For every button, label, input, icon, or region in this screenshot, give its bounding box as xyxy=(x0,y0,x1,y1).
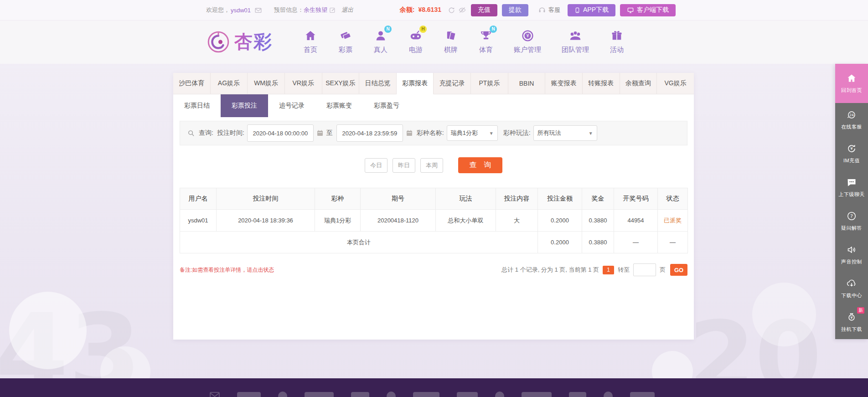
chevron-down-icon: ▼ xyxy=(589,131,593,136)
recharge-button[interactable]: 充值 xyxy=(471,4,497,16)
edit-icon[interactable] xyxy=(329,7,336,14)
lottery-name-select[interactable]: 瑞典1分彩 ▼ xyxy=(447,125,498,141)
cell-bet-content: 大 xyxy=(496,210,538,232)
sidebar-item-hangup-download[interactable]: 新 ¥ 挂机下载 xyxy=(835,305,868,339)
footer xyxy=(0,378,868,397)
yesterday-button[interactable]: 昨日 xyxy=(393,158,415,173)
subtab-chase-record[interactable]: 追号记录 xyxy=(268,94,315,117)
nav-item-lottery[interactable]: 彩票 xyxy=(331,28,360,54)
total-status-dash: — xyxy=(658,232,688,253)
go-button[interactable]: GO xyxy=(670,264,687,276)
subtab-lottery-profit-loss[interactable]: 彩票盈亏 xyxy=(363,94,410,117)
tab-balance-query[interactable]: 余额查询 xyxy=(620,73,657,94)
col-prize: 奖金 xyxy=(582,188,614,210)
search-button[interactable]: 查 询 xyxy=(458,157,502,173)
nav-item-boardgames[interactable]: 棋牌 xyxy=(437,28,465,54)
pagination-summary: 总计 1 个记录, 分为 1 页, 当前第 1 页 xyxy=(501,266,599,274)
app-download-button[interactable]: APP下载 xyxy=(568,4,615,16)
nav-item-team[interactable]: 团队管理 xyxy=(555,28,596,54)
pagination: 总计 1 个记录, 分为 1 页, 当前第 1 页 1 转至 页 GO xyxy=(501,263,687,276)
team-icon xyxy=(568,28,583,43)
subtab-lottery-account-change[interactable]: 彩票账变 xyxy=(315,94,363,117)
table-row: ysdw01 2020-04-18 18:39:36 瑞典1分彩 2020041… xyxy=(180,210,688,232)
sidebar-item-im-recharge[interactable]: ¥ IM充值 xyxy=(835,137,868,170)
tab-vg[interactable]: VG娱乐 xyxy=(657,73,694,94)
search-icon xyxy=(187,129,195,137)
calendar-icon[interactable] xyxy=(406,129,413,137)
col-status: 状态 xyxy=(658,188,688,210)
gift-icon xyxy=(610,28,624,43)
service-link[interactable]: 客服 xyxy=(536,6,560,14)
svg-text:¥: ¥ xyxy=(526,33,529,38)
client-download-button[interactable]: 客户端下载 xyxy=(620,4,676,16)
decor-ball xyxy=(9,292,87,369)
reserved-value: 余生独望 xyxy=(304,6,327,14)
nav-item-home[interactable]: 首页 xyxy=(296,28,325,54)
nav-item-promotions[interactable]: 活动 xyxy=(603,28,631,54)
moneybag-icon: ¥ xyxy=(846,312,857,323)
cell-status-link[interactable]: 已派奖 xyxy=(658,210,688,232)
username: ysdw01 xyxy=(231,7,251,14)
tickets-icon xyxy=(338,28,353,43)
tab-wm[interactable]: WM娱乐 xyxy=(248,73,285,94)
tab-shaba-sports[interactable]: 沙巴体育 xyxy=(173,73,211,94)
footer-note: 备注:如需查看投注单详情，请点击状态 xyxy=(180,266,274,274)
tab-transfer-report[interactable]: 转账报表 xyxy=(583,73,620,94)
partner-logo xyxy=(387,392,396,397)
gamepad-icon: H xyxy=(408,28,423,43)
floating-sidebar: 回到首页 24 在线客服 ¥ IM充值 上下级聊天 ? 疑问解答 声音控制 下载… xyxy=(835,64,868,339)
tab-pt[interactable]: PT娱乐 xyxy=(471,73,508,94)
tab-vr[interactable]: VR娱乐 xyxy=(285,73,322,94)
tab-bbin[interactable]: BBIN xyxy=(508,73,546,94)
bet-time-from-input[interactable] xyxy=(247,124,314,142)
col-issue: 期号 xyxy=(361,188,436,210)
subtab-lottery-daily[interactable]: 彩票日结 xyxy=(173,94,221,117)
sidebar-item-sound[interactable]: 声音控制 xyxy=(835,238,868,272)
nav-item-account[interactable]: ¥ 账户管理 xyxy=(507,28,548,54)
partner-logo xyxy=(457,392,478,397)
partner-logos xyxy=(210,392,655,397)
tab-sexy[interactable]: SEXY娱乐 xyxy=(322,73,360,94)
calendar-icon[interactable] xyxy=(316,129,324,137)
sidebar-item-download-center[interactable]: 下载中心 xyxy=(835,272,868,305)
tab-deposit-withdraw-record[interactable]: 充提记录 xyxy=(434,73,471,94)
phone-icon xyxy=(574,7,583,14)
tab-account-change-report[interactable]: 账变报表 xyxy=(545,73,583,94)
subtab-lottery-bets[interactable]: 彩票投注 xyxy=(221,94,268,117)
nav-item-egames[interactable]: H 电游 xyxy=(402,28,430,54)
cell-bet-amount: 0.2000 xyxy=(538,210,582,232)
balance: 余额: ¥8.6131 xyxy=(400,6,441,14)
badge-n: N xyxy=(384,26,392,33)
play-type-select[interactable]: 所有玩法 ▼ xyxy=(533,125,597,141)
this-week-button[interactable]: 本周 xyxy=(420,158,443,173)
eye-off-icon[interactable] xyxy=(458,6,466,14)
total-draw-dash: — xyxy=(614,232,658,253)
bet-time-to-input[interactable] xyxy=(336,124,403,142)
logout-link[interactable]: 退出 xyxy=(341,6,353,14)
envelope-icon[interactable] xyxy=(254,6,262,14)
tab-lottery-report[interactable]: 彩票报表 xyxy=(397,73,434,94)
footer-envelope-icon xyxy=(210,392,220,397)
tab-daily-overview[interactable]: 日结总览 xyxy=(359,73,397,94)
balance-label: 余额: xyxy=(400,6,415,13)
goto-label: 转至 xyxy=(618,266,630,274)
nav-item-live[interactable]: N 真人 xyxy=(367,28,395,54)
sidebar-item-back-home[interactable]: 回到首页 xyxy=(835,64,868,103)
partner-logo xyxy=(604,392,613,397)
refresh-icon[interactable] xyxy=(448,6,455,14)
tab-ag[interactable]: AG娱乐 xyxy=(211,73,248,94)
sidebar-item-faq[interactable]: ? 疑问解答 xyxy=(835,204,868,238)
home-icon xyxy=(846,73,857,84)
page-1-button[interactable]: 1 xyxy=(603,266,614,274)
sidebar-item-chat[interactable]: 上下级聊天 xyxy=(835,170,868,204)
monitor-icon xyxy=(627,7,637,14)
partner-logo xyxy=(305,392,334,397)
withdraw-button[interactable]: 提款 xyxy=(502,4,528,16)
goto-page-input[interactable] xyxy=(633,263,656,276)
table-total-row: 本页合计 0.2000 0.3880 — — xyxy=(180,232,688,253)
col-draw-number: 开奖号码 xyxy=(614,188,658,210)
today-button[interactable]: 今日 xyxy=(365,158,388,173)
brand-logo[interactable]: 杏彩 xyxy=(206,29,273,54)
nav-item-sports[interactable]: N 体育 xyxy=(472,28,500,54)
sidebar-item-online-service[interactable]: 24 在线客服 xyxy=(835,103,868,137)
